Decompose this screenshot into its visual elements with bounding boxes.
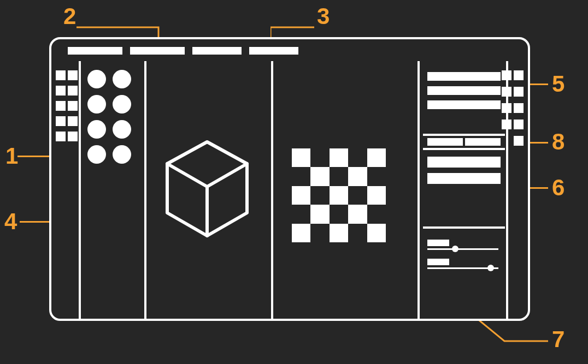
divider bbox=[418, 61, 420, 319]
right-panel-stack bbox=[423, 65, 505, 319]
toolbar-icon[interactable] bbox=[502, 87, 511, 97]
right-toolbar bbox=[502, 65, 524, 147]
texture-set-list bbox=[423, 65, 505, 134]
shelf-item[interactable] bbox=[87, 95, 106, 114]
toolbar-icon[interactable] bbox=[68, 86, 78, 96]
viewport-3d[interactable] bbox=[161, 138, 259, 247]
layer-item[interactable] bbox=[427, 157, 501, 168]
shelf-item[interactable] bbox=[113, 145, 131, 164]
callout-number-1: 1 bbox=[5, 143, 18, 169]
slider-thumb[interactable] bbox=[487, 265, 494, 271]
toolbar-icon[interactable] bbox=[56, 86, 66, 96]
menu-item[interactable] bbox=[130, 47, 185, 55]
texture-set-item[interactable] bbox=[427, 86, 501, 95]
toolbar-icon[interactable] bbox=[56, 101, 66, 111]
toolbar-icon[interactable] bbox=[514, 87, 524, 97]
callout-number-4: 4 bbox=[4, 208, 17, 235]
viewport-divider[interactable] bbox=[271, 61, 273, 319]
callout-number-2: 2 bbox=[63, 3, 76, 29]
shelf-panel bbox=[84, 67, 150, 167]
shelf-item[interactable] bbox=[113, 95, 131, 114]
menu-item[interactable] bbox=[192, 47, 242, 55]
layer-stack bbox=[423, 150, 505, 226]
texture-set-item[interactable] bbox=[427, 72, 501, 81]
toolbar-icon[interactable] bbox=[68, 101, 78, 111]
toolbar-icon[interactable] bbox=[514, 136, 524, 146]
menu-bar bbox=[68, 47, 298, 55]
slider-label bbox=[427, 240, 449, 246]
panel-tab[interactable] bbox=[465, 138, 501, 146]
toolbar-icon[interactable] bbox=[56, 116, 66, 126]
panel-tab[interactable] bbox=[427, 138, 463, 146]
menu-item[interactable] bbox=[249, 47, 298, 55]
app-window bbox=[49, 37, 530, 321]
slider-thumb[interactable] bbox=[452, 246, 458, 252]
toolbar-icon[interactable] bbox=[514, 103, 524, 113]
shelf-item[interactable] bbox=[87, 145, 106, 164]
callout-number-6: 6 bbox=[552, 175, 565, 201]
toolbar-icon[interactable] bbox=[514, 70, 524, 80]
callout-number-8: 8 bbox=[552, 129, 565, 155]
viewport-2d[interactable] bbox=[292, 148, 386, 242]
left-toolbar bbox=[56, 65, 78, 143]
toolbar-icon[interactable] bbox=[68, 132, 78, 141]
slider-track[interactable] bbox=[427, 248, 498, 250]
toolbar-icon[interactable] bbox=[56, 70, 66, 80]
slider-label bbox=[427, 259, 449, 265]
menu-item[interactable] bbox=[68, 47, 122, 55]
toolbar-icon[interactable] bbox=[56, 132, 66, 141]
slider-track[interactable] bbox=[427, 267, 498, 269]
shelf-item[interactable] bbox=[113, 70, 131, 88]
texture-set-item[interactable] bbox=[427, 100, 501, 109]
panel-tabs bbox=[423, 136, 505, 148]
shelf-item[interactable] bbox=[87, 120, 106, 139]
toolbar-icon[interactable] bbox=[68, 70, 78, 80]
toolbar-icon[interactable] bbox=[502, 103, 511, 113]
callout-number-5: 5 bbox=[552, 71, 565, 97]
toolbar-icon[interactable] bbox=[514, 120, 524, 129]
layer-item[interactable] bbox=[427, 173, 501, 184]
toolbar-icon[interactable] bbox=[502, 70, 511, 80]
toolbar-icon[interactable] bbox=[68, 116, 78, 126]
property-slider bbox=[427, 240, 501, 250]
divider bbox=[79, 61, 81, 319]
properties-panel bbox=[423, 229, 505, 276]
toolbar-icon[interactable] bbox=[502, 120, 511, 129]
property-slider bbox=[427, 259, 501, 269]
shelf-item[interactable] bbox=[113, 120, 131, 139]
shelf-item[interactable] bbox=[87, 70, 106, 88]
